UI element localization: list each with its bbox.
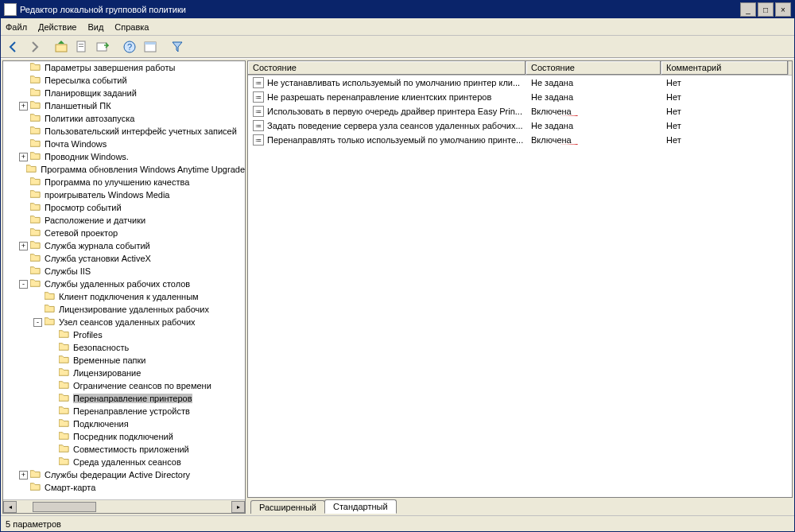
folder-icon (59, 418, 73, 429)
col-header-comment[interactable]: Комментарий (661, 61, 789, 75)
folder-icon (30, 126, 45, 137)
policy-row[interactable]: ≔Не устанавливать используемый по умолча… (248, 76, 792, 90)
policy-row[interactable]: ≔Не разрешать перенаправление клиентских… (248, 90, 792, 104)
tree-item[interactable]: Клиент подключения к удаленным (3, 290, 245, 303)
tree-item[interactable]: Лицензирование (3, 367, 245, 379)
scroll-thumb[interactable] (33, 502, 96, 512)
scroll-left-button[interactable]: ◂ (3, 501, 17, 513)
tree-item[interactable]: Временные папки (3, 354, 245, 367)
tree-item-label: Проводник Windows. (45, 152, 129, 161)
tree-item[interactable]: Перенаправление устройств (3, 405, 245, 417)
menubar: Файл Действие Вид Справка (1, 18, 794, 36)
policy-row[interactable]: ≔Перенаправлять только используемый по у… (248, 133, 792, 147)
forward-button[interactable] (25, 37, 44, 56)
tree-item[interactable]: Служба установки ActiveX (3, 252, 245, 265)
up-button[interactable] (52, 37, 71, 56)
tree-item[interactable]: Почта Windows (3, 138, 245, 150)
tree-item[interactable]: Расположение и датчики (3, 214, 245, 227)
tree-item[interactable]: Безопасность (3, 341, 245, 354)
col-header-name[interactable]: Состояние (248, 61, 526, 75)
scroll-right-button[interactable]: ▸ (231, 501, 245, 513)
policy-state-cell: Включена (526, 135, 661, 145)
tree-item[interactable]: Параметры завершения работы (3, 61, 245, 74)
tree-item[interactable]: +Служба журнала событий (3, 239, 245, 252)
tree-item[interactable]: Ограничение сеансов по времени (3, 379, 245, 392)
tree-hscroll[interactable]: ◂ ▸ (3, 499, 245, 513)
show-console-button[interactable] (141, 37, 160, 56)
filter-button[interactable] (168, 37, 187, 56)
collapse-icon[interactable]: - (33, 318, 42, 327)
expand-icon[interactable]: + (19, 242, 28, 250)
tree-item[interactable]: Сетевой проектор (3, 227, 245, 239)
policy-icon: ≔ (253, 91, 264, 103)
tree-item-label: Среда удаленных сеансов (73, 457, 181, 467)
tab-extended[interactable]: Расширенный (250, 500, 325, 514)
policy-row[interactable]: ≔Задать поведение сервера узла сеансов у… (248, 118, 792, 133)
tree-item[interactable]: +Планшетный ПК (3, 99, 245, 112)
policy-name: Перенаправлять только используемый по ум… (267, 135, 523, 145)
folder-icon (45, 304, 59, 315)
tree-item-label: Служба журнала событий (45, 241, 150, 250)
tree-item[interactable]: +Проводник Windows. (3, 150, 245, 163)
tree-item-label: Ограничение сеансов по времени (73, 381, 211, 390)
folder-icon (30, 266, 45, 277)
tree-item[interactable]: Политики автозапуска (3, 112, 245, 125)
tree-item[interactable]: Profiles (3, 328, 245, 341)
tree-item[interactable]: Среда удаленных сеансов (3, 456, 245, 468)
policy-name: Не разрешать перенаправление клиентских … (267, 92, 491, 102)
export-button[interactable] (93, 37, 112, 56)
menu-view[interactable]: Вид (87, 22, 103, 32)
policy-state-cell: Включена (526, 107, 661, 116)
policy-icon: ≔ (253, 120, 264, 131)
scroll-track[interactable] (17, 501, 231, 513)
col-header-state[interactable]: Состояние (526, 61, 661, 75)
policy-state-cell: Не задана (526, 78, 661, 87)
tree-item[interactable]: Перенаправление принтеров (3, 392, 245, 405)
tree-item[interactable]: Планировщик заданий (3, 87, 245, 99)
tab-standard[interactable]: Стандартный (324, 499, 397, 514)
help-button[interactable]: ? (120, 37, 139, 56)
tree-item-label: проигрыватель Windows Media (45, 190, 169, 200)
titlebar: Редактор локальной групповой политики _ … (1, 1, 794, 18)
tree-item[interactable]: Совместимость приложений (3, 443, 245, 456)
folder-icon (45, 291, 59, 302)
properties-button[interactable] (72, 37, 91, 56)
maximize-button[interactable]: □ (758, 2, 774, 17)
policy-list: Состояние Состояние Комментарий ≔Не уста… (247, 60, 793, 498)
menu-help[interactable]: Справка (114, 22, 149, 32)
close-button[interactable]: × (775, 2, 791, 17)
toolbar-separator (114, 37, 118, 56)
tree-item[interactable]: Программа по улучшению качества (3, 176, 245, 188)
tree-item[interactable]: -Узел сеансов удаленных рабочих (3, 316, 245, 328)
tree-item[interactable]: Посредник подключений (3, 430, 245, 443)
policy-name-cell: ≔Задать поведение сервера узла сеансов у… (248, 120, 526, 131)
tree-item-label: Службы федерации Active Directory (45, 470, 190, 480)
tree-item[interactable]: +Службы федерации Active Directory (3, 468, 245, 481)
tree-item[interactable]: Службы IIS (3, 265, 245, 278)
tree-item[interactable]: Лицензирование удаленных рабочих (3, 303, 245, 316)
policy-row[interactable]: ≔Использовать в первую очередь драйвер п… (248, 104, 792, 118)
details-pane: Состояние Состояние Комментарий ≔Не уста… (247, 60, 793, 514)
expand-icon[interactable]: + (19, 153, 28, 161)
expand-icon[interactable]: + (19, 471, 28, 480)
expand-icon[interactable]: + (19, 102, 28, 111)
tree-item[interactable]: Пользовательский интерфейс учетных запис… (3, 125, 245, 138)
tree-item[interactable]: Программа обновления Windows Anytime Upg… (3, 163, 245, 176)
menu-file[interactable]: Файл (6, 22, 27, 32)
tree-scroll-area[interactable]: Параметры завершения работыПересылка соб… (3, 61, 245, 499)
back-button[interactable] (4, 37, 23, 56)
policy-comment: Нет (661, 121, 789, 130)
toolbar: ? (1, 36, 794, 58)
tree-item[interactable]: -Службы удаленных рабочих столов (3, 278, 245, 290)
policy-icon: ≔ (253, 134, 264, 146)
tree-item-label: Посредник подключений (73, 432, 173, 441)
collapse-icon[interactable]: - (19, 280, 28, 289)
tree-item[interactable]: Просмотр событий (3, 201, 245, 214)
minimize-button[interactable]: _ (740, 2, 756, 17)
tree-item[interactable]: Смарт-карта (3, 481, 245, 494)
tree-item[interactable]: Подключения (3, 417, 245, 430)
tree-item[interactable]: Пересылка событий (3, 74, 245, 87)
tree-item[interactable]: проигрыватель Windows Media (3, 188, 245, 201)
policy-state-cell: Не задана (526, 92, 661, 102)
menu-action[interactable]: Действие (38, 22, 76, 32)
